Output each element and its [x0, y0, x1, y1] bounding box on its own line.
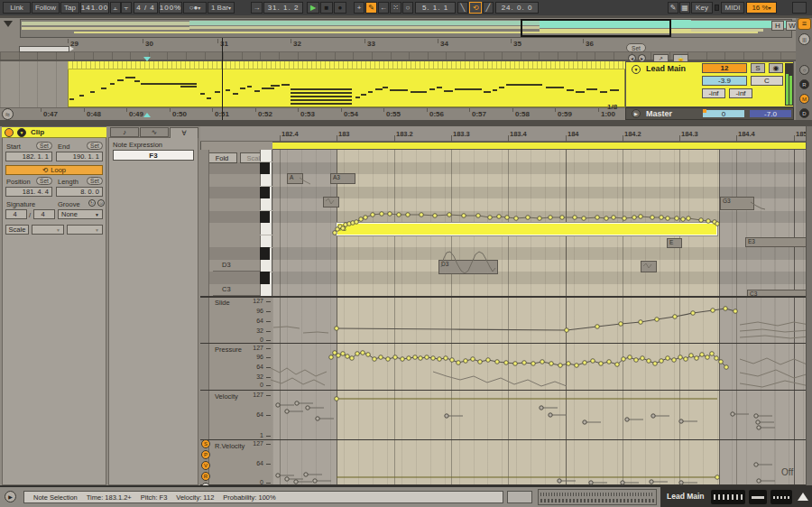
scale-root-select[interactable]: ▼ [32, 225, 64, 235]
black-key-G#3[interactable] [260, 187, 270, 199]
clip-length-field[interactable]: 8. 0. 0 [56, 187, 103, 197]
clip-note [90, 91, 95, 93]
fold-button[interactable]: Fold [207, 152, 237, 163]
bar-number: 36 [586, 40, 594, 48]
lane-label-slide: Slide [215, 299, 230, 307]
solo-button[interactable]: S [751, 63, 765, 73]
track-number-box[interactable]: 12 [702, 63, 747, 73]
status-item: Velocity: 112 [176, 493, 214, 502]
arrangement-playhead [222, 38, 223, 120]
clip-note [117, 79, 124, 81]
scale-mode-button[interactable]: Scale [5, 225, 29, 235]
clip-note [429, 88, 435, 90]
show-delays-icon[interactable]: D [799, 108, 809, 118]
time-tick [212, 108, 213, 112]
send-a-box[interactable]: -inf [702, 88, 725, 98]
groove-select[interactable]: None▼ [58, 209, 103, 219]
clip-fold-icon[interactable]: ▼ [17, 128, 26, 137]
mini-display-line2 [540, 499, 654, 502]
beat-label: 184.4 [738, 130, 755, 138]
time-beat-toggle-icon[interactable]: ≈ [2, 108, 14, 120]
track-fold-icon[interactable]: ▼ [632, 65, 641, 74]
clip-note [200, 93, 205, 95]
track-volume-box[interactable]: -3.9 [702, 76, 747, 86]
show-mixer-icon[interactable]: M [799, 94, 809, 104]
beat-tick [394, 135, 395, 142]
mini-info-display [538, 489, 657, 505]
tab-notes[interactable]: ♪ [110, 127, 139, 137]
selected-note[interactable]: F3 [337, 223, 717, 235]
overview-clip-segment [691, 29, 763, 32]
track-name[interactable]: Lead Main [646, 64, 686, 73]
ghost-note[interactable]: A3 [330, 173, 355, 184]
status-item: Note Selection [33, 493, 78, 502]
master-fold-icon[interactable]: ▶ [632, 109, 641, 118]
fixed-height-button[interactable]: H [771, 21, 784, 31]
show-push-icon[interactable] [798, 493, 808, 501]
tab-expression[interactable]: ∀ [170, 127, 198, 138]
clip-note [375, 88, 383, 90]
arrangement-loop-marker[interactable] [19, 46, 69, 52]
lane-icon-rvelocity[interactable]: R [201, 472, 210, 481]
arm-button[interactable]: ◉ [769, 63, 783, 73]
groove-hot-swap-icon[interactable]: ⊙ [97, 199, 105, 207]
time-tick [383, 108, 384, 112]
lane-icon-pressure[interactable]: P [201, 450, 210, 459]
ghost-note[interactable]: G3 [720, 197, 754, 210]
set-locator-button[interactable]: Set [626, 43, 646, 52]
clip-title-bar[interactable] [68, 61, 625, 69]
black-key-D#3[interactable] [260, 247, 270, 260]
overview-view-rectangle[interactable] [521, 19, 671, 37]
arrangement-ruler[interactable] [0, 38, 796, 52]
ghost-note[interactable]: D3 [438, 260, 498, 274]
scale-name-select[interactable]: ▼ [67, 225, 103, 235]
clip-color-icon[interactable] [5, 128, 14, 137]
io-toggle-icon[interactable]: ||| [798, 33, 810, 45]
overview-toggle-icon[interactable]: ≡ [798, 18, 811, 30]
groove-commit-icon[interactable]: ↻ [88, 199, 96, 207]
black-key-C#3[interactable] [260, 272, 270, 284]
clip-panel-header[interactable]: ▼ Clip [2, 127, 106, 138]
track-pan-box[interactable]: C [751, 76, 783, 86]
show-io-icon[interactable]: ○ [799, 65, 809, 75]
arrangement-fold-icon[interactable] [4, 21, 13, 27]
set-start-button[interactable]: Set [36, 142, 52, 150]
keyboard-marks [714, 494, 743, 500]
ghost-note[interactable]: E3 [745, 237, 809, 247]
signature-numerator-field[interactable]: 4 [5, 209, 27, 219]
time-label: 0:56 [429, 110, 444, 118]
set-end-button[interactable]: Set [87, 142, 103, 150]
lane-icon-slide[interactable]: S [201, 439, 210, 448]
off-label: Off [781, 467, 793, 477]
clip-note [610, 89, 619, 91]
master-pan-box[interactable]: 0 [702, 109, 745, 118]
loop-button[interactable]: ⟲Loop [5, 165, 103, 175]
black-key-A#3[interactable] [260, 162, 270, 175]
clip-position-field[interactable]: 181. 4. 4 [5, 187, 52, 197]
key-divider [260, 235, 272, 235]
expression-note-field[interactable]: F3 [113, 150, 194, 161]
lane-tick-mark [266, 331, 271, 332]
ghost-note[interactable] [641, 261, 657, 272]
signature-denominator-field[interactable]: 4 [33, 209, 55, 219]
master-name: Master [646, 109, 672, 118]
bar-tick [583, 39, 584, 43]
length-label: Length [58, 178, 78, 186]
ghost-note[interactable]: E [667, 238, 682, 248]
ghost-note[interactable] [323, 197, 339, 207]
tab-envelopes[interactable]: ∿ [140, 127, 169, 137]
master-volume-box[interactable]: -7.0 [749, 109, 792, 118]
clip-note [79, 95, 84, 97]
send-b-box[interactable]: -inf [729, 88, 752, 98]
editor-loop-bar[interactable] [272, 142, 806, 150]
clip-end-field[interactable]: 190. 1. 1 [56, 152, 103, 161]
clip-start-field[interactable]: 182. 1. 1 [5, 152, 52, 161]
set-position-button[interactable]: Set [36, 177, 52, 185]
show-returns-icon[interactable]: R [799, 79, 809, 89]
status-play-icon[interactable]: ▶ [5, 491, 16, 502]
clip-note [546, 87, 564, 88]
black-key-F#3[interactable] [260, 211, 270, 224]
set-length-button[interactable]: Set [87, 177, 103, 185]
ghost-note[interactable]: A [287, 173, 303, 184]
lane-icon-velocity[interactable]: V [201, 461, 210, 470]
